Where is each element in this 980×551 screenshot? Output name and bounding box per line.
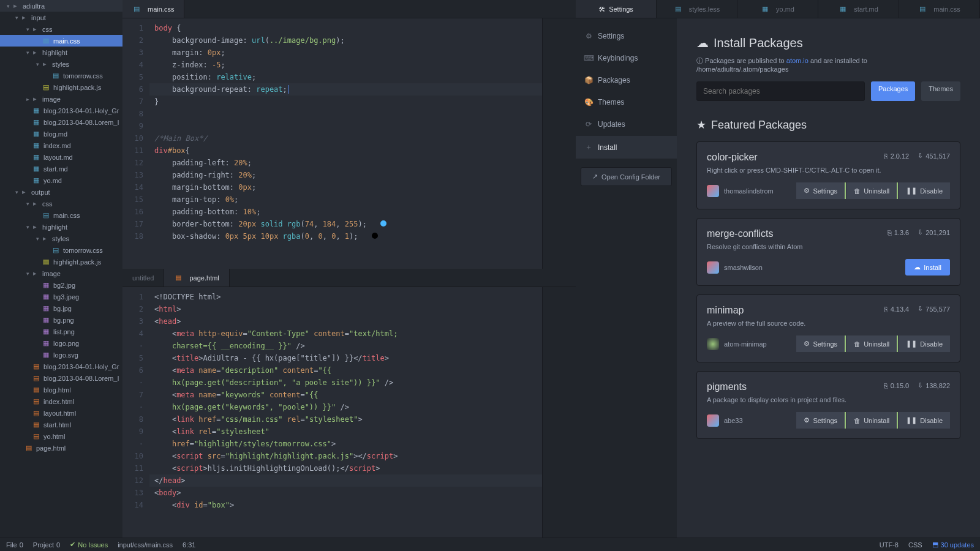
css-icon: ▤ [51,72,60,80]
tree-file[interactable]: ▦list.png [0,326,123,337]
package-author[interactable]: atom-minimap [707,338,767,350]
file-tree[interactable]: ▾▸adiultra ▾▸input ▾▸css ▤main.css ▾▸hig… [0,0,123,538]
pkg-settings-button[interactable]: ⚙Settings [796,182,846,199]
tree-folder-styles[interactable]: ▾▸styles [0,58,123,70]
status-lang[interactable]: CSS [908,541,922,549]
tree-file[interactable]: ▤page.html [0,442,123,454]
tree-file[interactable]: ▤start.html [0,419,123,430]
open-config-button[interactable]: ↗Open Config Folder [581,167,672,186]
minimap[interactable] [542,18,576,269]
tree-file[interactable]: ▤main.css [0,209,123,221]
tab-startmd[interactable]: ▦start.md [818,0,899,18]
tree-label: styles [52,61,69,68]
tree-folder-output[interactable]: ▾▸output [0,186,123,198]
nav-keybindings[interactable]: ⌨Keybindings [576,48,677,69]
tree-file[interactable]: ▦logo.png [0,337,123,349]
tree-folder-highlight[interactable]: ▾▸highlight [0,221,123,233]
tree-file-tomorrow[interactable]: ▤tomorrow.css [0,70,123,81]
themes-filter-button[interactable]: Themes [921,81,960,101]
tree-folder-css[interactable]: ▾▸css [0,198,123,209]
pkg-uninstall-button[interactable]: 🗑Uninstall [846,335,898,352]
nav-updates[interactable]: ⟳Updates [576,114,677,135]
tree-folder-highlight[interactable]: ▾▸highlight [0,47,123,58]
tab-pagehtml[interactable]: ▤page.html [164,269,229,287]
nav-packages[interactable]: 📦Packages [576,70,677,91]
nav-install[interactable]: ＋Install [576,136,677,159]
pkg-disable-button[interactable]: ❚❚Disable [899,412,950,429]
packages-filter-button[interactable]: Packages [871,81,915,101]
tree-folder-css[interactable]: ▾▸css [0,23,123,35]
nav-themes[interactable]: 🎨Themes [576,92,677,113]
tree-folder-image[interactable]: ▾▸image [0,268,123,279]
package-author[interactable]: abe33 [707,414,743,427]
status-path[interactable]: input/css/main.css [118,541,173,549]
tree-file[interactable]: ▦bg2.jpg [0,279,123,291]
pkg-install-button[interactable]: ☁Install [905,259,950,276]
html-icon: ▤ [32,397,40,405]
tab-maincss[interactable]: ▤main.css [123,0,184,18]
tab-untitled[interactable]: untitled [123,269,164,287]
status-encoding[interactable]: UTF-8 [880,541,899,549]
status-updates[interactable]: ⬒ 30 updates [932,541,974,549]
tree-folder-styles[interactable]: ▾▸styles [0,233,123,244]
pkg-uninstall-button[interactable]: 🗑Uninstall [846,412,898,429]
tree-file-maincss[interactable]: ▤main.css [0,35,123,47]
package-author[interactable]: smashwilson [707,261,763,274]
tag-icon: ⎘ [884,305,888,313]
pause-icon: ❚❚ [906,187,917,195]
tree-file[interactable]: ▦blog.md [0,128,123,140]
package-icon: 📦 [584,76,593,84]
css-icon: ▤ [51,246,60,254]
tree-folder-image[interactable]: ▸▸image [0,93,123,105]
tree-file[interactable]: ▤blog.2013-04-08.Lorem_I [0,372,123,384]
status-project[interactable]: Project 0 [33,541,60,549]
pkg-settings-button[interactable]: ⚙Settings [796,335,846,352]
cloud-download-icon: ☁ [696,36,709,50]
pkg-uninstall-button[interactable]: 🗑Uninstall [846,182,898,199]
atomio-link[interactable]: atom.io [786,57,809,64]
tree-file[interactable]: ▤tomorrow.css [0,244,123,256]
tree-file[interactable]: ▦yo.md [0,174,123,186]
status-file[interactable]: File 0 [6,541,23,549]
status-noissues[interactable]: ✔ No Issues [70,541,108,549]
tree-file[interactable]: ▤index.html [0,395,123,407]
tag-icon: ⎘ [888,229,892,236]
tab-maincss[interactable]: ▤main.css [899,0,980,18]
nav-settings[interactable]: ⚙Settings [576,26,677,47]
tree-file[interactable]: ▤blog.2013-04-01.Holy_Gr [0,361,123,372]
tree-file[interactable]: ▤highlight.pack.js [0,256,123,268]
minimap[interactable] [542,287,576,538]
tree-file[interactable]: ▦logo.svg [0,349,123,361]
tree-root[interactable]: ▾▸adiultra [0,0,123,12]
status-cursor[interactable]: 6:31 [183,541,195,549]
md-icon: ▦ [32,130,40,138]
tree-file[interactable]: ▦blog.2013-04-08.Lorem_I [0,116,123,128]
package-description: A package to display colors in project a… [707,396,891,403]
tree-file-hlpack[interactable]: ▤highlight.pack.js [0,81,123,93]
tree-file[interactable]: ▦blog.2013-04-01.Holy_Gr [0,105,123,116]
html-icon: ▤ [32,432,40,440]
editor-css[interactable]: body { background-image: url(../image/bg… [149,18,542,269]
tab-settings[interactable]: 🛠Settings [576,0,657,18]
tab-stylesless[interactable]: ▤styles.less [657,0,737,18]
tree-file[interactable]: ▤yo.html [0,430,123,442]
folder-icon: ▸ [20,188,28,196]
squirrel-icon: ⬒ [932,541,938,549]
tree-file[interactable]: ▦bg3.jpeg [0,291,123,302]
tree-file[interactable]: ▤layout.html [0,407,123,419]
search-packages-input[interactable] [696,81,865,101]
tree-file[interactable]: ▦index.md [0,140,123,151]
package-author[interactable]: thomaslindstrom [707,185,774,197]
editor-html[interactable]: <!DOCTYPE html><html><head> <meta http-e… [149,287,542,538]
pkg-disable-button[interactable]: ❚❚Disable [899,182,950,199]
tree-folder-input[interactable]: ▾▸input [0,12,123,23]
pkg-disable-button[interactable]: ❚❚Disable [899,335,950,352]
tree-file[interactable]: ▤blog.html [0,384,123,395]
tree-label: highlight.pack.js [53,84,101,91]
tree-file[interactable]: ▦layout.md [0,151,123,163]
pkg-settings-button[interactable]: ⚙Settings [796,412,846,429]
tab-yomd[interactable]: ▦yo.md [737,0,818,18]
tree-file[interactable]: ▦bg.png [0,314,123,326]
tree-file[interactable]: ▦start.md [0,163,123,174]
tree-file[interactable]: ▦bg.jpg [0,302,123,314]
